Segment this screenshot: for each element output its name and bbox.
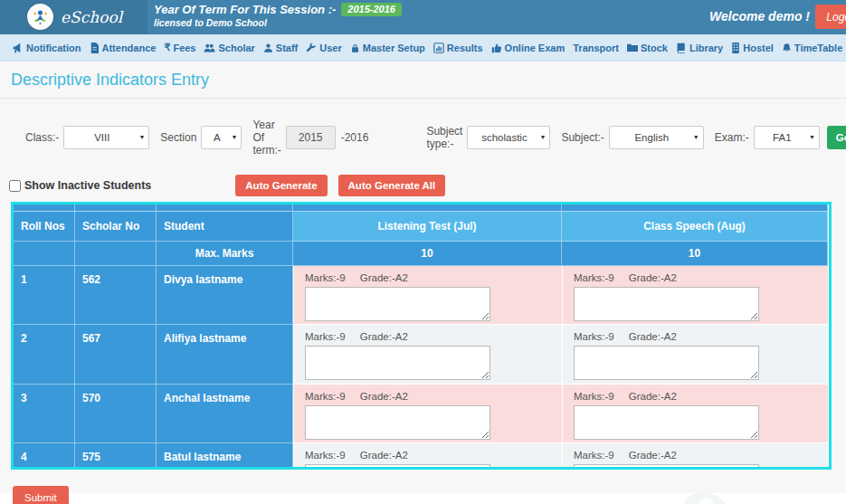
show-inactive-checkbox[interactable] bbox=[9, 180, 21, 192]
descriptive-indicator-textarea[interactable] bbox=[574, 287, 759, 321]
nav-item-library[interactable]: Library bbox=[676, 43, 723, 53]
section-label: Section bbox=[160, 131, 196, 144]
marks-cell: Marks:-9Grade:-A2 bbox=[562, 385, 828, 443]
grade-value: Grade:-A2 bbox=[629, 331, 677, 342]
nav-item-attendance[interactable]: Attendance bbox=[90, 43, 157, 53]
marks-cell: Marks:-9Grade:-A2 bbox=[293, 443, 562, 470]
grade-value: Grade:-A2 bbox=[360, 391, 408, 402]
marks-value: Marks:-9 bbox=[574, 450, 614, 461]
max-marks-assessment-1: 10 bbox=[293, 242, 562, 266]
user-icon bbox=[263, 43, 273, 53]
roll-cell: 2 bbox=[14, 325, 75, 385]
book-icon bbox=[676, 43, 687, 53]
logout-button[interactable]: Logout bbox=[815, 5, 846, 29]
folder-icon bbox=[627, 43, 638, 52]
descriptive-indicator-textarea[interactable] bbox=[574, 346, 759, 380]
marks-cell: Marks:-9Grade:-A2 bbox=[293, 325, 562, 385]
grade-value: Grade:-A2 bbox=[629, 391, 677, 402]
roll-cell: 4 bbox=[14, 443, 75, 470]
nav-item-fees[interactable]: ₹ Fees bbox=[164, 42, 195, 53]
licensed-text: licensed to Demo School bbox=[154, 17, 402, 28]
col-header-student: Student bbox=[157, 212, 293, 242]
scholar-cell: 570 bbox=[75, 385, 157, 443]
grade-value: Grade:-A2 bbox=[629, 272, 677, 283]
student-cell: Alifiya lastname bbox=[157, 325, 293, 385]
page-title: Descriptive Indicators Entry bbox=[11, 71, 846, 90]
nav-item-staff[interactable]: Staff bbox=[263, 43, 298, 53]
top-header-bar: eSchool Year Of Term For This Session :-… bbox=[0, 0, 846, 34]
scholar-cell: 575 bbox=[75, 443, 157, 470]
marks-value: Marks:-9 bbox=[305, 391, 346, 402]
descriptive-indicator-textarea[interactable] bbox=[305, 346, 490, 380]
scholar-cell: 567 bbox=[75, 325, 157, 385]
padlock-icon bbox=[350, 43, 360, 53]
descriptive-indicator-textarea[interactable] bbox=[305, 464, 490, 470]
exam-label: Exam:- bbox=[715, 131, 749, 144]
col-header-scholar: Scholar No bbox=[75, 212, 157, 242]
marks-cell: Marks:-9Grade:-A2 bbox=[562, 325, 828, 385]
nav-item-timetable[interactable]: TimeTable bbox=[782, 43, 842, 53]
nav-item-master-setup[interactable]: Master Setup bbox=[350, 43, 425, 53]
subject-select[interactable]: English bbox=[609, 126, 704, 149]
session-year-badge: 2015-2016 bbox=[341, 3, 402, 16]
submit-button[interactable]: Submit bbox=[13, 486, 69, 504]
exam-select[interactable]: FA1 bbox=[754, 126, 820, 149]
marks-cell: Marks:-9Grade:-A2 bbox=[293, 266, 562, 325]
grade-value: Grade:-A2 bbox=[629, 450, 677, 461]
descriptive-indicator-textarea[interactable] bbox=[305, 405, 490, 440]
descriptive-indicator-textarea[interactable] bbox=[305, 287, 490, 321]
col-header-assessment-1: Listening Test (Jul) bbox=[293, 212, 562, 242]
marks-value: Marks:-9 bbox=[574, 391, 614, 402]
show-inactive-label: Show Inactive Students bbox=[24, 179, 151, 192]
welcome-text: Welcome demo ! bbox=[709, 9, 810, 24]
nav-item-notification[interactable]: Notification bbox=[13, 43, 81, 53]
session-label: Year Of Term For This Session :- bbox=[154, 3, 336, 16]
content-area: e o S Descriptive Indicators Entry Class… bbox=[0, 62, 846, 493]
eschool-logo-icon bbox=[27, 4, 53, 30]
filter-row: Class:- VIII ▼ Section A ▼ Year Of term:… bbox=[25, 119, 846, 157]
class-label: Class:- bbox=[25, 131, 59, 144]
nav-item-user[interactable]: User bbox=[306, 43, 341, 53]
student-cell: Anchal lastname bbox=[157, 385, 293, 443]
wrench-icon bbox=[306, 43, 317, 53]
descriptive-indicator-textarea[interactable] bbox=[574, 405, 759, 440]
roll-cell: 3 bbox=[14, 385, 75, 443]
thumbs-up-icon bbox=[491, 43, 502, 53]
marks-value: Marks:-9 bbox=[305, 331, 346, 342]
grade-value: Grade:-A2 bbox=[360, 450, 408, 461]
grade-value: Grade:-A2 bbox=[360, 272, 408, 283]
auto-generate-button[interactable]: Auto Generate bbox=[235, 175, 327, 196]
marks-value: Marks:-9 bbox=[574, 272, 614, 283]
marks-value: Marks:-9 bbox=[305, 450, 346, 461]
session-info: Year Of Term For This Session :- 2015-20… bbox=[154, 3, 402, 28]
max-marks-label: Max. Marks bbox=[157, 242, 293, 266]
screen: eSchool Year Of Term For This Session :-… bbox=[0, 0, 846, 504]
section-select[interactable]: A bbox=[201, 126, 242, 149]
bar-chart-icon bbox=[433, 43, 444, 53]
nav-item-transport[interactable]: Transport bbox=[573, 43, 619, 53]
descriptive-indicator-textarea[interactable] bbox=[574, 464, 759, 470]
student-cell: Batul lastname bbox=[157, 443, 293, 470]
year-suffix: -2016 bbox=[341, 131, 369, 144]
nav-item-hostel[interactable]: Hostel bbox=[731, 43, 774, 53]
marks-cell: Marks:-9Grade:-A2 bbox=[562, 266, 828, 325]
roll-cell: 1 bbox=[14, 266, 75, 325]
nav-item-results[interactable]: Results bbox=[433, 43, 483, 53]
subject-type-select[interactable]: scholastic bbox=[467, 126, 550, 149]
scholar-cell: 562 bbox=[75, 266, 157, 325]
main-navbar: Notification Attendance ₹ Fees Scholar S… bbox=[0, 34, 846, 62]
nav-item-scholar[interactable]: Scholar bbox=[204, 43, 254, 53]
nav-item-stock[interactable]: Stock bbox=[627, 43, 668, 53]
year-of-term-input[interactable] bbox=[286, 126, 336, 149]
document-icon bbox=[90, 43, 100, 53]
auto-generate-all-button[interactable]: Auto Generate All bbox=[338, 175, 446, 196]
marks-value: Marks:-9 bbox=[574, 331, 614, 342]
users-icon bbox=[204, 43, 215, 53]
brand[interactable]: eSchool bbox=[27, 4, 122, 30]
go-button[interactable]: Go bbox=[827, 126, 846, 149]
megaphone-icon bbox=[13, 43, 24, 53]
class-select[interactable]: VIII bbox=[63, 126, 149, 149]
rupee-icon: ₹ bbox=[164, 42, 170, 53]
nav-item-online-exam[interactable]: Online Exam bbox=[491, 43, 566, 53]
col-header-roll: Roll Nos bbox=[14, 212, 75, 242]
